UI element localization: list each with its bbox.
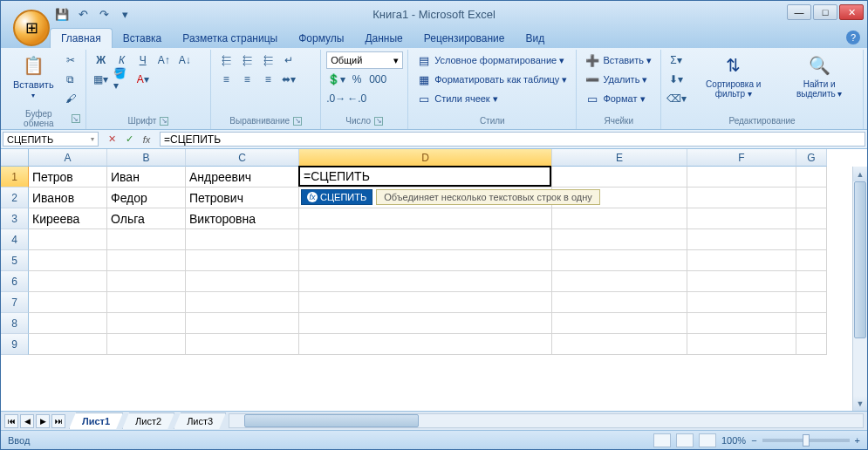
cell-B2[interactable]: Федор bbox=[107, 188, 186, 208]
cell-A7[interactable] bbox=[29, 292, 107, 313]
cell-F9[interactable] bbox=[687, 334, 796, 355]
row-header-8[interactable]: 8 bbox=[1, 313, 29, 334]
find-select-button[interactable]: 🔍 Найти и выделить ▾ bbox=[781, 51, 858, 100]
copy-button[interactable]: ⧉ bbox=[61, 71, 80, 88]
cell-A6[interactable] bbox=[29, 271, 107, 292]
align-middle-button[interactable]: ⬱ bbox=[237, 51, 256, 69]
cell-E4[interactable] bbox=[552, 229, 687, 250]
font-color-button[interactable]: A▾ bbox=[133, 71, 153, 88]
cell-D3[interactable] bbox=[299, 208, 552, 229]
delete-cells-button[interactable]: ➖Удалить ▾ bbox=[582, 71, 651, 88]
column-header-B[interactable]: B bbox=[107, 149, 186, 167]
cell-A1[interactable]: Петров bbox=[29, 167, 107, 188]
cell-E5[interactable] bbox=[552, 250, 687, 271]
cell-A8[interactable] bbox=[29, 313, 107, 334]
cell-G7[interactable] bbox=[796, 292, 827, 313]
cell-G6[interactable] bbox=[796, 271, 827, 292]
italic-button[interactable]: К bbox=[113, 51, 132, 69]
bold-button[interactable]: Ж bbox=[92, 51, 111, 69]
dialog-launcher-icon[interactable]: ↘ bbox=[374, 117, 383, 126]
scroll-up-icon[interactable]: ▲ bbox=[853, 167, 867, 181]
page-break-view-button[interactable] bbox=[699, 433, 716, 447]
cell-F1[interactable] bbox=[687, 167, 796, 188]
cell-D8[interactable] bbox=[299, 313, 552, 334]
sheet-tab-Лист1[interactable]: Лист1 bbox=[69, 412, 123, 429]
clear-button[interactable]: ⌫▾ bbox=[666, 90, 686, 107]
row-header-4[interactable]: 4 bbox=[1, 229, 29, 250]
grow-font-button[interactable]: A↑ bbox=[154, 51, 174, 69]
format-table-button[interactable]: ▦Форматировать как таблицу ▾ bbox=[413, 71, 571, 88]
qat-redo[interactable]: ↷ bbox=[95, 5, 113, 23]
autosum-button[interactable]: Σ▾ bbox=[666, 51, 686, 69]
row-header-2[interactable]: 2 bbox=[1, 188, 29, 208]
tab-review[interactable]: Рецензирование bbox=[413, 29, 516, 48]
cell-F4[interactable] bbox=[687, 229, 796, 250]
cell-C4[interactable] bbox=[186, 229, 299, 250]
cell-F2[interactable] bbox=[687, 188, 796, 208]
dialog-launcher-icon[interactable]: ↘ bbox=[72, 114, 80, 123]
cell-E6[interactable] bbox=[552, 271, 687, 292]
cell-B8[interactable] bbox=[107, 313, 186, 334]
name-box[interactable]: СЦЕПИТЬ▾ bbox=[3, 132, 99, 147]
qat-save[interactable]: 💾 bbox=[53, 5, 71, 23]
row-header-9[interactable]: 9 bbox=[1, 334, 29, 355]
cell-E9[interactable] bbox=[552, 334, 687, 355]
sort-filter-button[interactable]: ⇅ Сортировка и фильтр ▾ bbox=[689, 51, 777, 100]
office-button[interactable]: ⊞ bbox=[13, 10, 50, 46]
cell-B3[interactable]: Ольга bbox=[107, 208, 186, 229]
column-header-E[interactable]: E bbox=[552, 149, 687, 167]
cell-D5[interactable] bbox=[299, 250, 552, 271]
column-header-D[interactable]: D bbox=[299, 149, 552, 167]
sheet-tab-Лист3[interactable]: Лист3 bbox=[174, 412, 226, 429]
last-sheet-button[interactable]: ⏭ bbox=[51, 414, 65, 428]
scroll-thumb[interactable] bbox=[854, 181, 866, 338]
cell-A3[interactable]: Киреева bbox=[29, 208, 107, 229]
cell-B7[interactable] bbox=[107, 292, 186, 313]
wrap-text-button[interactable]: ↵ bbox=[279, 51, 298, 69]
cell-G4[interactable] bbox=[796, 229, 827, 250]
first-sheet-button[interactable]: ⏮ bbox=[4, 414, 18, 428]
cell-F8[interactable] bbox=[687, 313, 796, 334]
tab-view[interactable]: Вид bbox=[515, 29, 555, 48]
normal-view-button[interactable] bbox=[653, 433, 671, 447]
help-icon[interactable]: ? bbox=[846, 31, 860, 44]
cell-E3[interactable] bbox=[552, 208, 687, 229]
enter-formula-button[interactable]: ✓ bbox=[121, 133, 137, 147]
tab-page-layout[interactable]: Разметка страницы bbox=[172, 29, 288, 48]
insert-cells-button[interactable]: ➕Вставить ▾ bbox=[582, 51, 655, 69]
paste-button[interactable]: 📋 Вставить ▾ bbox=[10, 51, 58, 101]
function-tooltip-name[interactable]: fxСЦЕПИТЬ bbox=[301, 189, 372, 205]
cell-D9[interactable] bbox=[299, 334, 552, 355]
percent-button[interactable]: % bbox=[347, 71, 366, 88]
vertical-scrollbar[interactable]: ▲ ▼ bbox=[852, 167, 867, 411]
cell-G1[interactable] bbox=[796, 167, 827, 188]
align-right-button[interactable]: ≡ bbox=[258, 71, 277, 88]
cell-B4[interactable] bbox=[107, 229, 186, 250]
column-header-C[interactable]: C bbox=[186, 149, 299, 167]
cell-C3[interactable]: Викторовна bbox=[186, 208, 299, 229]
row-header-5[interactable]: 5 bbox=[1, 250, 29, 271]
align-bottom-button[interactable]: ⬱ bbox=[258, 51, 277, 69]
tab-data[interactable]: Данные bbox=[354, 29, 413, 48]
qat-undo[interactable]: ↶ bbox=[74, 5, 92, 23]
zoom-thumb[interactable] bbox=[803, 434, 810, 447]
cell-G2[interactable] bbox=[796, 188, 827, 208]
qat-customize-icon[interactable]: ▾ bbox=[116, 5, 133, 23]
select-all-corner[interactable] bbox=[1, 149, 29, 167]
underline-button[interactable]: Ч bbox=[133, 51, 153, 69]
cell-C9[interactable] bbox=[186, 334, 299, 355]
column-header-A[interactable]: A bbox=[29, 149, 107, 167]
cell-F6[interactable] bbox=[687, 271, 796, 292]
sheet-tab-Лист2[interactable]: Лист2 bbox=[122, 412, 174, 429]
cell-E7[interactable] bbox=[552, 292, 687, 313]
cell-G9[interactable] bbox=[796, 334, 827, 355]
page-layout-view-button[interactable] bbox=[676, 433, 694, 447]
tab-home[interactable]: Главная bbox=[50, 28, 113, 48]
row-header-6[interactable]: 6 bbox=[1, 271, 29, 292]
scroll-down-icon[interactable]: ▼ bbox=[853, 396, 867, 411]
cell-E8[interactable] bbox=[552, 313, 687, 334]
comma-button[interactable]: 000 bbox=[368, 71, 387, 88]
cut-button[interactable]: ✂ bbox=[61, 51, 80, 69]
cell-B5[interactable] bbox=[107, 250, 186, 271]
cell-C1[interactable]: Андреевич bbox=[186, 167, 299, 188]
